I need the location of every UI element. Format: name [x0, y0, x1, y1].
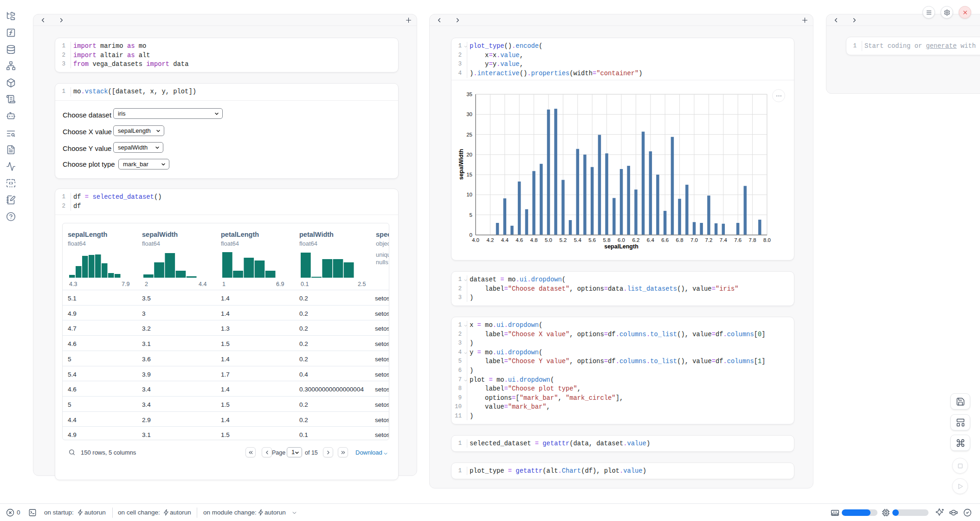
svg-text:0: 0	[470, 232, 472, 238]
svg-text:4.4: 4.4	[501, 237, 509, 243]
svg-text:5.4: 5.4	[574, 237, 582, 243]
svg-text:6.6: 6.6	[661, 237, 669, 243]
svg-text:6.2: 6.2	[632, 237, 639, 243]
svg-text:35: 35	[466, 91, 472, 97]
svg-text:10: 10	[466, 192, 472, 197]
svg-text:6.8: 6.8	[676, 237, 683, 243]
svg-text:sepalLength: sepalLength	[604, 243, 638, 250]
svg-text:4.6: 4.6	[516, 237, 523, 243]
svg-text:20: 20	[466, 152, 472, 157]
svg-text:30: 30	[466, 111, 472, 117]
svg-text:4.2: 4.2	[486, 237, 494, 243]
svg-text:6.4: 6.4	[647, 237, 655, 243]
svg-text:6.0: 6.0	[618, 237, 625, 243]
svg-text:7.4: 7.4	[720, 237, 728, 243]
svg-text:8.0: 8.0	[763, 237, 771, 243]
svg-text:4.0: 4.0	[472, 237, 479, 243]
svg-text:7.0: 7.0	[690, 237, 698, 243]
svg-text:7.8: 7.8	[749, 237, 756, 243]
svg-text:5.8: 5.8	[603, 237, 611, 243]
svg-text:sepalWidth: sepalWidth	[458, 149, 464, 180]
svg-text:5.2: 5.2	[559, 237, 567, 243]
svg-text:7.6: 7.6	[734, 237, 741, 243]
svg-text:5.0: 5.0	[545, 237, 552, 243]
svg-text:4.8: 4.8	[530, 237, 538, 243]
svg-text:5.6: 5.6	[588, 237, 596, 243]
svg-text:7.2: 7.2	[705, 237, 712, 243]
svg-text:15: 15	[466, 172, 472, 177]
svg-text:5: 5	[470, 212, 472, 218]
svg-text:25: 25	[466, 132, 472, 137]
